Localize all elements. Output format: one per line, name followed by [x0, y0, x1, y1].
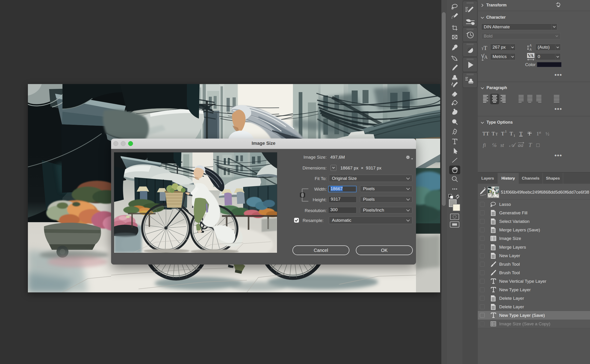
svg-text:st: st	[500, 142, 504, 148]
svg-text:TT: TT	[482, 130, 489, 136]
svg-text:fi: fi	[483, 142, 486, 148]
svg-text:st: st	[539, 130, 541, 134]
svg-text:A: A	[529, 48, 532, 51]
svg-text:A: A	[484, 55, 488, 60]
svg-text:VA: VA	[528, 53, 534, 58]
svg-text:1: 1	[513, 134, 515, 137]
svg-text:T: T	[519, 130, 523, 136]
svg-text:T: T	[496, 132, 498, 136]
svg-text:A: A	[529, 44, 532, 47]
svg-text:T: T	[501, 130, 504, 136]
svg-text:½: ½	[545, 131, 550, 136]
svg-text:□: □	[536, 142, 540, 148]
svg-text:T: T	[529, 142, 532, 148]
svg-text:T: T	[484, 45, 487, 50]
svg-text:T: T	[492, 130, 495, 136]
svg-text:℅: ℅	[492, 142, 497, 148]
svg-text:aa: aa	[518, 142, 524, 148]
svg-text:𝒜: 𝒜	[509, 142, 517, 148]
svg-text:T: T	[481, 47, 484, 50]
svg-text:1: 1	[505, 130, 507, 133]
svg-text:T: T	[510, 130, 513, 136]
